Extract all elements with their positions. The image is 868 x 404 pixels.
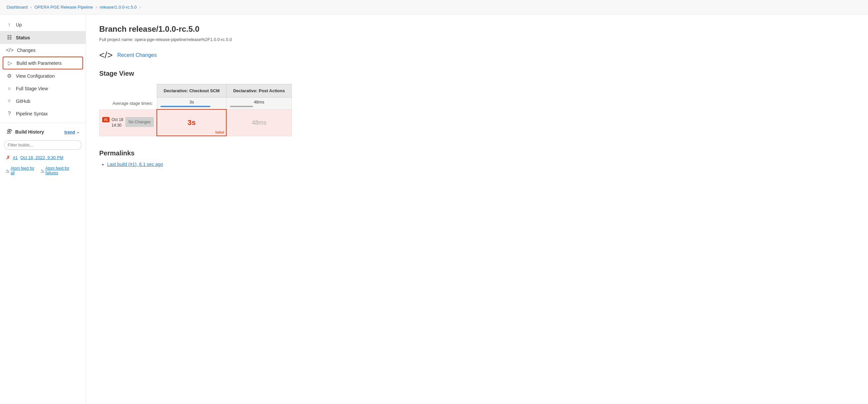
recent-changes-row: </> Recent Changes <box>99 50 855 61</box>
build-history-icon: ⛈ <box>6 129 12 135</box>
trend-wrap: trend ⌄ <box>64 130 80 135</box>
trend-link[interactable]: trend <box>64 130 75 135</box>
sidebar-item-changes-label: Changes <box>17 47 35 53</box>
breadcrumb-item-release[interactable]: release/1.0.0-rc.5.0 <box>99 5 136 9</box>
stage-bar-wrap-1 <box>160 106 223 107</box>
stage-bar-wrap-2 <box>230 106 288 107</box>
no-changes-cell: No Changes <box>125 117 154 127</box>
avg-time-checkout-val: 3s <box>160 100 223 104</box>
build-history-header: ⛈ Build History trend ⌄ <box>0 126 86 138</box>
sidebar-item-build-params-label: Build with Parameters <box>17 61 62 66</box>
sidebar-item-view-config[interactable]: ⚙ View Configuration <box>0 69 86 82</box>
breadcrumb: Dashboard › OPERA PGE Release Pipeline ›… <box>0 0 868 14</box>
sidebar-item-up[interactable]: ↑ Up <box>0 19 86 31</box>
stage-avg-row: Average stage times: 3s 48ms <box>99 98 292 110</box>
sidebar-item-full-stage-label: Full Stage View <box>16 86 48 91</box>
recent-changes-code-icon: </> <box>99 50 113 61</box>
breadcrumb-sep-2: › <box>96 5 97 9</box>
stage-cell-failed[interactable]: 3s failed <box>157 109 226 136</box>
permalinks-list: Last build (#1), 6.1 sec ago <box>99 162 855 167</box>
sidebar-item-github-label: GitHub <box>16 99 30 104</box>
github-icon: ⑂ <box>6 98 12 104</box>
sidebar-divider <box>0 123 86 123</box>
app-layout: ↑ Up ☷ Status </> Changes ▷ Build with P… <box>0 14 868 404</box>
build-list-item-1: ✗ #1 Oct 18, 2022, 9:30 PM <box>0 152 86 163</box>
stage-table: Declarative: Checkout SCM Declarative: P… <box>99 84 292 136</box>
recent-changes-link[interactable]: Recent Changes <box>117 52 156 58</box>
avg-time-post: 48ms <box>226 98 291 110</box>
stage-view: Stage View Declarative: Checkout SCM Dec… <box>99 70 855 136</box>
breadcrumb-sep-1: › <box>30 5 32 9</box>
build-info-cell: #1 Oct 18 14:30 No Changes <box>99 109 157 136</box>
build-data-row: #1 Oct 18 14:30 No Changes <box>99 109 292 136</box>
status-icon: ☷ <box>6 34 12 41</box>
stage-cell-failed-inner: 3s <box>160 112 223 134</box>
stage-col-post: Declarative: Post Actions <box>226 84 291 98</box>
breadcrumb-item-pipeline[interactable]: OPERA PGE Release Pipeline <box>34 5 93 9</box>
full-project-name: Full project name: opera-pge-release-pip… <box>99 37 855 42</box>
build-badge[interactable]: #1 <box>102 117 110 122</box>
sidebar-item-up-label: Up <box>16 22 22 28</box>
sidebar-item-pipeline-syntax-label: Pipeline Syntax <box>16 111 48 116</box>
stage-bar-checkout <box>160 106 210 107</box>
build-date-line2: 14:30 <box>112 123 123 128</box>
sidebar-item-pipeline-syntax[interactable]: ? Pipeline Syntax <box>0 107 86 120</box>
sidebar-item-build-with-params[interactable]: ▷ Build with Parameters <box>3 57 83 69</box>
avg-times-label: Average stage times: <box>99 98 157 110</box>
permalinks-section: Permalinks Last build (#1), 6.1 sec ago <box>99 149 855 167</box>
build-date-line1: Oct 18 <box>112 117 123 123</box>
view-config-icon: ⚙ <box>6 73 12 79</box>
stage-bar-post <box>230 106 253 107</box>
stage-view-title: Stage View <box>99 70 855 77</box>
trend-chevron-icon: ⌄ <box>76 130 80 134</box>
stage-cell-success[interactable]: 48ms <box>226 109 291 136</box>
breadcrumb-item-dashboard[interactable]: Dashboard <box>7 5 28 9</box>
filter-builds-input[interactable] <box>4 140 82 150</box>
sidebar-item-github[interactable]: ⑂ GitHub <box>0 95 86 107</box>
breadcrumb-sep-3: › <box>139 5 141 9</box>
sidebar-item-status[interactable]: ☷ Status <box>0 31 86 44</box>
permalink-item-1: Last build (#1), 6.1 sec ago <box>107 162 855 167</box>
avg-time-post-val: 48ms <box>230 100 288 104</box>
atom-feeds: ∿ Atom feed for all ∿ Atom feed for fail… <box>0 163 86 178</box>
sidebar-item-status-label: Status <box>16 35 30 40</box>
build-num-1[interactable]: #1 <box>13 155 18 160</box>
avg-time-checkout: 3s <box>157 98 226 110</box>
atom-feed-failures-link[interactable]: ∿ Atom feed for failures <box>41 166 80 175</box>
sidebar-item-view-config-label: View Configuration <box>16 73 55 79</box>
atom-failures-label: Atom feed for failures <box>45 166 80 175</box>
sidebar-item-changes[interactable]: </> Changes <box>0 44 86 57</box>
stage-time-success: 48ms <box>252 120 266 126</box>
build-history-title: Build History <box>15 129 44 135</box>
permalinks-title: Permalinks <box>99 149 855 157</box>
pipeline-syntax-icon: ? <box>6 111 12 117</box>
page-title: Branch release/1.0.0-rc.5.0 <box>99 25 855 34</box>
build-info-inner: #1 Oct 18 14:30 No Changes <box>102 115 154 130</box>
stage-time-failed: 3s <box>188 119 195 127</box>
atom-all-icon: ∿ <box>6 168 9 173</box>
up-icon: ↑ <box>6 22 12 28</box>
atom-all-label: Atom feed for all <box>10 166 37 175</box>
build-date-info: Oct 18 14:30 <box>112 117 123 128</box>
build-history-header-left: ⛈ Build History <box>6 129 44 135</box>
permalink-last-build[interactable]: Last build (#1), 6.1 sec ago <box>107 162 163 167</box>
atom-failures-icon: ∿ <box>41 168 44 173</box>
stage-table-empty-header <box>99 84 157 98</box>
build-date-1[interactable]: Oct 18, 2022, 9:30 PM <box>20 155 63 160</box>
sidebar-item-full-stage-view[interactable]: ○ Full Stage View <box>0 82 86 95</box>
sidebar: ↑ Up ☷ Status </> Changes ▷ Build with P… <box>0 14 86 404</box>
filter-input-wrap <box>0 138 86 152</box>
build-date-block: Oct 18 14:30 <box>112 117 123 128</box>
stage-col-checkout: Declarative: Checkout SCM <box>157 84 226 98</box>
main-content: Branch release/1.0.0-rc.5.0 Full project… <box>86 14 868 404</box>
stage-failed-label: failed <box>215 130 224 134</box>
build-error-icon: ✗ <box>6 155 10 161</box>
build-params-icon: ▷ <box>7 60 13 66</box>
full-stage-icon: ○ <box>6 86 12 92</box>
changes-icon: </> <box>6 47 13 53</box>
atom-feed-all-link[interactable]: ∿ Atom feed for all <box>6 166 37 175</box>
stage-cell-success-inner: 48ms <box>230 112 288 134</box>
